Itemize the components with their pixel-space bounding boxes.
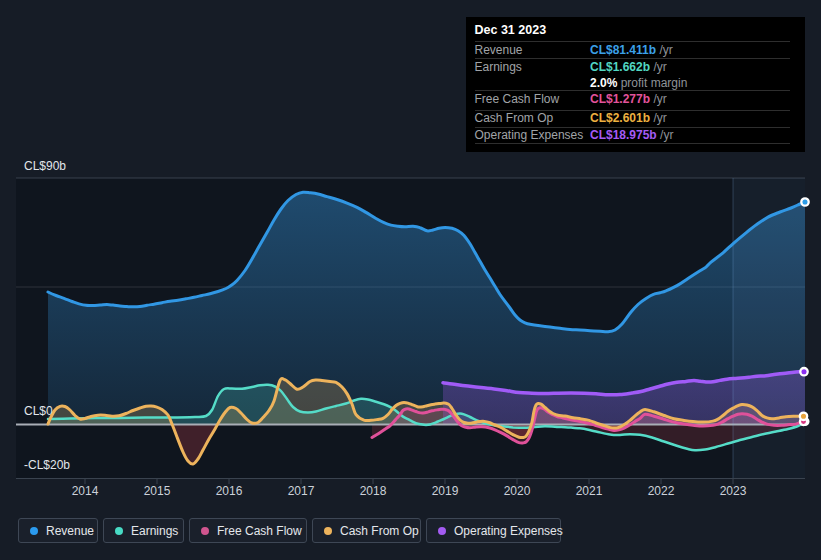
svg-text:2023: 2023 [720, 484, 747, 498]
svg-text:2015: 2015 [144, 484, 171, 498]
svg-text:2016: 2016 [216, 484, 243, 498]
svg-text:2020: 2020 [504, 484, 531, 498]
svg-text:-CL$20b: -CL$20b [24, 458, 70, 472]
svg-text:2014: 2014 [72, 484, 99, 498]
svg-text:CL$0: CL$0 [24, 404, 53, 418]
svg-text:2021: 2021 [576, 484, 603, 498]
svg-text:2017: 2017 [288, 484, 315, 498]
svg-text:2022: 2022 [648, 484, 675, 498]
svg-text:2018: 2018 [360, 484, 387, 498]
svg-text:CL$90b: CL$90b [24, 159, 66, 173]
svg-text:2019: 2019 [432, 484, 459, 498]
